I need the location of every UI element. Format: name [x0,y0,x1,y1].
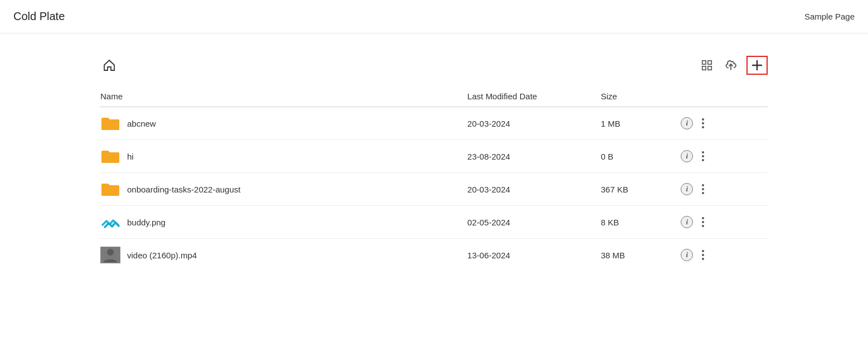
file-name: hi [127,152,134,161]
file-size: 367 KB [601,173,681,206]
file-name: buddy.png [127,218,166,227]
image-icon [100,214,120,230]
toolbar-actions [699,56,768,75]
file-actions: i [681,173,768,206]
header: Cold Plate Sample Page [0,0,868,33]
file-table: Name Last Modified Date Size abcnew 20-0… [100,86,768,271]
svg-rect-0 [702,61,706,64]
file-name: onboarding-tasks-2022-august [127,185,240,194]
main-content: Name Last Modified Date Size abcnew 20-0… [0,33,868,293]
plus-icon [751,59,763,71]
file-name-cell[interactable]: abcnew [100,107,467,140]
info-button[interactable]: i [681,216,693,228]
info-button[interactable]: i [681,183,693,195]
file-date: 13-06-2024 [467,239,600,272]
more-options-button[interactable] [702,184,704,194]
col-header-name: Name [100,86,467,107]
table-row: abcnew 20-03-2024 1 MB i [100,107,768,140]
video-thumbnail-icon [100,247,120,263]
table-header-row: Name Last Modified Date Size [100,86,768,107]
app-title: Cold Plate [13,10,65,23]
file-date: 02-05-2024 [467,206,600,239]
add-button[interactable] [746,56,768,75]
table-row: onboarding-tasks-2022-august 20-03-2024 … [100,173,768,206]
col-header-date: Last Modified Date [467,86,600,107]
file-actions: i [681,206,768,239]
more-options-button[interactable] [702,250,704,260]
col-header-actions [681,86,768,107]
info-button[interactable]: i [681,117,693,129]
svg-rect-2 [702,66,706,70]
cloud-upload-icon [724,59,738,72]
toolbar [100,56,768,75]
grid-view-button[interactable] [699,57,715,74]
file-name: video (2160p).mp4 [127,251,197,260]
more-options-button[interactable] [702,217,704,227]
file-actions: i [681,107,768,140]
file-date: 23-08-2024 [467,140,600,173]
file-name-cell[interactable]: onboarding-tasks-2022-august [100,173,467,206]
file-size: 38 MB [601,239,681,272]
svg-rect-7 [100,214,120,230]
folder-icon [100,148,120,165]
file-size: 0 B [601,140,681,173]
folder-icon [100,115,120,132]
sample-page-link[interactable]: Sample Page [804,12,855,21]
file-actions: i [681,239,768,272]
file-size: 1 MB [601,107,681,140]
file-date: 20-03-2024 [467,173,600,206]
col-header-size: Size [601,86,681,107]
file-name-cell[interactable]: video (2160p).mp4 [100,239,467,272]
home-icon [103,59,116,72]
file-name-cell[interactable]: hi [100,140,467,173]
grid-icon [701,59,713,71]
table-row: buddy.png 02-05-2024 8 KB i [100,206,768,239]
file-size: 8 KB [601,206,681,239]
file-date: 20-03-2024 [467,107,600,140]
table-row: hi 23-08-2024 0 B i [100,140,768,173]
home-button[interactable] [100,56,118,74]
svg-point-10 [107,249,114,256]
info-button[interactable]: i [681,150,693,162]
file-actions: i [681,140,768,173]
table-row: video (2160p).mp4 13-06-2024 38 MB i [100,239,768,272]
file-name: abcnew [127,119,156,128]
folder-icon [100,181,120,198]
cloud-upload-button[interactable] [722,56,740,74]
more-options-button[interactable] [702,151,704,161]
more-options-button[interactable] [702,118,704,128]
svg-rect-1 [708,61,711,64]
svg-rect-3 [708,66,711,70]
info-button[interactable]: i [681,249,693,261]
file-name-cell[interactable]: buddy.png [100,206,467,239]
